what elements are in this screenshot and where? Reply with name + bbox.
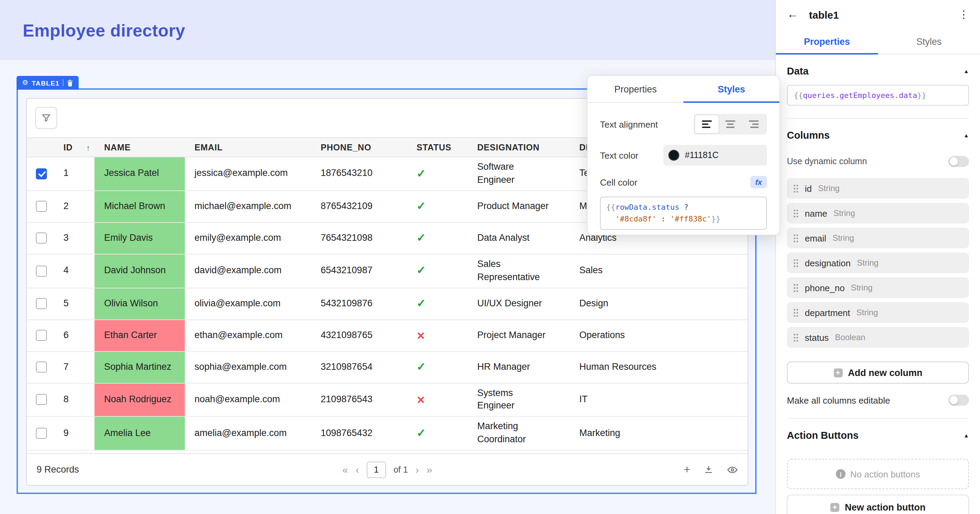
cell-department: Human Resources: [570, 352, 748, 383]
next-page-icon[interactable]: ›: [415, 464, 419, 475]
text-color-control[interactable]: #11181C: [663, 145, 767, 165]
header-label: NAME: [104, 142, 131, 152]
delete-widget-icon[interactable]: [67, 79, 73, 87]
editable-columns-toggle[interactable]: [948, 395, 969, 406]
row-checkbox[interactable]: [36, 361, 47, 372]
column-item[interactable]: statusBoolean: [787, 327, 969, 348]
first-page-icon[interactable]: «: [342, 464, 348, 475]
column-item[interactable]: emailString: [787, 228, 969, 248]
cell-designation: Marketing Coordinator: [467, 417, 570, 450]
column-type: String: [834, 208, 855, 218]
collapse-actions-icon[interactable]: ▲: [963, 432, 969, 438]
cell-designation: Systems Engineer: [467, 383, 570, 416]
row-checkbox[interactable]: [36, 330, 47, 341]
add-new-column-button[interactable]: + Add new column: [787, 361, 969, 384]
drag-handle-icon[interactable]: [793, 283, 799, 292]
eye-icon[interactable]: [727, 464, 738, 475]
cell-email: amelia@example.com: [185, 417, 311, 450]
column-item[interactable]: idString: [787, 178, 969, 199]
header-label: DESIGNATION: [477, 142, 540, 152]
row-checkbox[interactable]: [36, 428, 47, 439]
header-cell-phone-no[interactable]: PHONE_NO: [311, 138, 407, 157]
cell-phone: 7654321098: [311, 223, 407, 254]
row-checkbox[interactable]: [36, 201, 47, 212]
dynamic-column-label: Use dynamic column: [787, 157, 867, 166]
cell-phone: 2109876543: [311, 383, 407, 416]
collapse-columns-icon[interactable]: ▲: [963, 132, 969, 138]
cell-department: Sales: [570, 255, 748, 288]
page-number-input[interactable]: 1: [367, 461, 386, 478]
row-checkbox[interactable]: [36, 265, 47, 276]
header-cell-id[interactable]: ID↑: [59, 138, 94, 157]
cell-designation: Project Manager: [467, 320, 570, 351]
align-center-button[interactable]: [719, 115, 742, 133]
column-item[interactable]: designationString: [787, 253, 969, 273]
header-cell-status[interactable]: STATUS: [407, 138, 467, 157]
gear-icon[interactable]: ⚙: [22, 80, 28, 86]
cell-phone: 3210987654: [311, 352, 407, 383]
cell-color-code[interactable]: {{rowData.status ? '#8cda8f' : '#ff838c'…: [600, 197, 767, 230]
cell-id: 2: [59, 191, 94, 222]
row-checkbox[interactable]: [36, 298, 47, 309]
header-cell-email[interactable]: EMAIL: [185, 138, 311, 157]
last-page-icon[interactable]: »: [426, 464, 433, 475]
header-cell-designation[interactable]: DESIGNATION: [467, 138, 570, 157]
text-alignment-control: [694, 114, 767, 135]
filter-button[interactable]: [35, 107, 57, 129]
drag-handle-icon[interactable]: [793, 184, 799, 193]
column-type: String: [857, 308, 878, 317]
cell-id: 1: [59, 157, 94, 191]
drag-handle-icon[interactable]: [793, 258, 799, 267]
columns-section-label: Columns: [787, 130, 830, 141]
collapse-data-icon[interactable]: ▲: [963, 68, 969, 74]
kebab-menu-icon[interactable]: ⋮: [959, 8, 969, 21]
drag-handle-icon[interactable]: [793, 209, 799, 218]
popup-tab-styles[interactable]: Styles: [683, 76, 779, 102]
popup-tab-properties[interactable]: Properties: [588, 76, 683, 102]
cell-designation: HR Manager: [467, 352, 570, 383]
row-checkbox[interactable]: [36, 233, 47, 244]
status-check-icon: ✓: [417, 426, 426, 441]
cell-department: Operations: [570, 320, 748, 351]
cell-department: IT: [570, 383, 748, 416]
popup-tabs: Properties Styles: [588, 76, 779, 103]
align-left-button[interactable]: [695, 115, 719, 133]
column-name: status: [805, 332, 829, 342]
prev-page-icon[interactable]: ‹: [356, 464, 359, 475]
status-cross-icon: ✕: [417, 328, 425, 342]
add-row-icon[interactable]: +: [683, 464, 690, 475]
cell-name: Jessica Patel: [94, 157, 185, 191]
app-canvas: Employee directory ⚙ TABLE1 ID↑NAMEEMAIL…: [0, 0, 980, 514]
property-pane-header: ← table1 ⋮: [776, 0, 980, 29]
column-item[interactable]: nameString: [787, 203, 969, 224]
cell-email: michael@example.com: [185, 191, 311, 222]
table-row: 8Noah Rodrigueznoah@example.com210987654…: [27, 383, 748, 417]
cell-designation: UI/UX Designer: [467, 288, 570, 319]
back-icon[interactable]: ←: [787, 8, 799, 21]
checkbox-cell: [27, 255, 59, 288]
download-icon[interactable]: [703, 464, 714, 475]
text-alignment-label: Text alignment: [600, 119, 658, 129]
row-checkbox[interactable]: [36, 168, 47, 179]
header-label: ID: [64, 142, 73, 152]
widget-name-badge[interactable]: ⚙ TABLE1: [17, 76, 79, 90]
drag-handle-icon[interactable]: [793, 333, 799, 342]
tab-properties[interactable]: Properties: [776, 29, 878, 54]
dynamic-column-toggle[interactable]: [948, 156, 969, 167]
drag-handle-icon[interactable]: [793, 308, 799, 317]
status-cell: ✓: [407, 223, 467, 254]
new-action-button[interactable]: + New action button: [787, 495, 969, 514]
checkbox-cell: [27, 417, 59, 450]
column-item[interactable]: phone_noString: [787, 277, 969, 298]
fx-binding-icon[interactable]: fx: [750, 176, 767, 188]
cell-email: noah@example.com: [185, 383, 311, 416]
data-binding-input[interactable]: {{queries.getEmployees.data}}: [787, 85, 969, 105]
row-checkbox[interactable]: [36, 394, 47, 405]
header-cell-name[interactable]: NAME: [94, 138, 185, 157]
column-item[interactable]: departmentString: [787, 302, 969, 323]
align-right-button[interactable]: [742, 115, 765, 133]
cell-name: Michael Brown: [94, 191, 185, 222]
drag-handle-icon[interactable]: [793, 234, 799, 242]
table-row: 7Sophia Martinezsophia@example.com321098…: [27, 352, 748, 383]
tab-styles[interactable]: Styles: [878, 29, 980, 54]
